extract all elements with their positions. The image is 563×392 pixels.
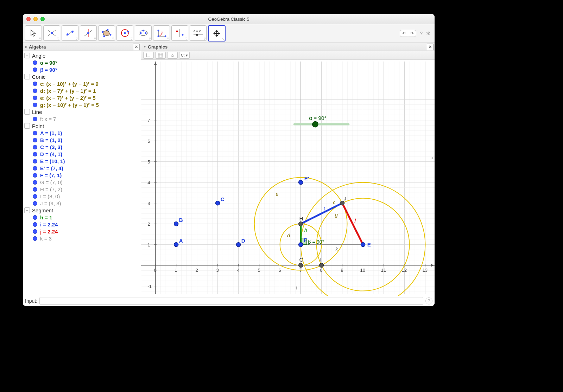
chevron-down-icon: ▽ xyxy=(222,38,224,40)
visibility-dot-icon[interactable] xyxy=(33,180,37,185)
algebra-category[interactable]: –Line xyxy=(24,108,141,115)
tool-slider[interactable]: a = 2▽ xyxy=(190,25,207,41)
svg-text:10: 10 xyxy=(360,268,365,273)
algebra-item-label: B = (1, 2) xyxy=(40,137,62,143)
algebra-item[interactable]: A = (1, 1) xyxy=(24,129,141,136)
visibility-dot-icon[interactable] xyxy=(33,166,37,171)
algebra-item[interactable]: β = 90° xyxy=(24,66,141,73)
input-label: Input: xyxy=(25,298,37,304)
visibility-dot-icon[interactable] xyxy=(33,103,37,107)
algebra-category[interactable]: –Angle xyxy=(24,52,141,59)
visibility-dot-icon[interactable] xyxy=(33,194,37,199)
collapse-icon[interactable]: – xyxy=(24,109,30,115)
algebra-item[interactable]: H = (7, 2) xyxy=(24,186,141,193)
algebra-item[interactable]: j = 2.24 xyxy=(24,228,141,235)
svg-point-22 xyxy=(158,36,159,37)
undo-button[interactable]: ↶ xyxy=(400,30,408,37)
svg-point-228 xyxy=(320,263,324,268)
visibility-dot-icon[interactable] xyxy=(33,201,37,206)
algebra-item[interactable]: g: (x − 10)² + (y − 1)² = 5 xyxy=(24,101,141,108)
algebra-item[interactable]: h = 1 xyxy=(24,214,141,221)
help-icon[interactable]: ? xyxy=(420,31,423,36)
svg-text:4: 4 xyxy=(237,268,240,273)
tool-move-graphics[interactable]: ▽ xyxy=(208,25,226,41)
tool-cursor[interactable]: ▽ xyxy=(25,25,42,41)
visibility-dot-icon[interactable] xyxy=(33,187,37,192)
visibility-dot-icon[interactable] xyxy=(33,117,37,121)
collapse-icon[interactable]: – xyxy=(24,74,30,79)
tool-angle[interactable]: α▽ xyxy=(153,25,170,41)
algebra-item[interactable]: E' = (7, 4) xyxy=(24,165,141,172)
algebra-item[interactable]: c: (x − 10)² + (y − 1)² = 9 xyxy=(24,80,141,87)
algebra-item[interactable]: J = (9, 3) xyxy=(24,200,141,207)
settings-icon[interactable]: ✻ xyxy=(426,31,430,36)
graphics-panel-header[interactable]: ▼ Graphics ✕ xyxy=(141,43,435,51)
algebra-item-label: j = 2.24 xyxy=(40,229,58,234)
toggle-axes-button[interactable] xyxy=(143,52,154,59)
visibility-dot-icon[interactable] xyxy=(33,96,37,100)
algebra-item-label: d: (x − 7)² + (y − 1)² = 1 xyxy=(40,88,96,94)
algebra-category-label: Point xyxy=(32,123,44,129)
toggle-grid-button[interactable] xyxy=(155,52,166,59)
algebra-item[interactable]: e: (x − 7)² + (y − 2)² = 5 xyxy=(24,94,141,101)
home-view-button[interactable]: ⌂ xyxy=(167,52,178,59)
close-panel-icon[interactable]: ✕ xyxy=(133,44,140,50)
tool-reflect[interactable]: ▽ xyxy=(171,25,188,41)
visibility-dot-icon[interactable] xyxy=(33,222,37,227)
algebra-item-label: D = (4, 1) xyxy=(40,151,62,157)
collapse-icon[interactable]: – xyxy=(24,123,30,129)
tool-intersection-point[interactable]: ▽ xyxy=(43,25,60,41)
algebra-category[interactable]: –Conic xyxy=(24,73,141,80)
redo-button[interactable]: ↷ xyxy=(408,30,416,37)
collapse-icon[interactable]: – xyxy=(24,207,30,213)
algebra-item[interactable]: F = (7, 1) xyxy=(24,172,141,179)
tool-circle-center-point[interactable]: ▽ xyxy=(116,25,133,41)
visibility-dot-icon[interactable] xyxy=(33,159,37,163)
snap-menu-button[interactable]: C: ▾ xyxy=(179,52,190,59)
titlebar[interactable]: GeoGebra Classic 5 xyxy=(23,14,435,24)
visibility-dot-icon[interactable] xyxy=(33,236,37,241)
visibility-dot-icon[interactable] xyxy=(33,60,37,65)
visibility-dot-icon[interactable] xyxy=(33,152,37,156)
visibility-dot-icon[interactable] xyxy=(33,173,37,178)
chevron-down-icon: ▽ xyxy=(94,37,96,40)
algebra-item[interactable]: D = (4, 1) xyxy=(24,150,141,158)
sidebar-handle-icon[interactable]: ◂ xyxy=(431,154,435,161)
tool-polygon[interactable]: ▽ xyxy=(98,25,115,41)
collapse-icon[interactable]: ▶ xyxy=(25,45,27,49)
algebra-item[interactable]: I = (8, 0) xyxy=(24,193,141,200)
algebra-category[interactable]: –Segment xyxy=(24,207,141,214)
tool-line-two-points[interactable]: ▽ xyxy=(62,25,78,41)
visibility-dot-icon[interactable] xyxy=(33,68,37,72)
algebra-item[interactable]: G = (7, 0) xyxy=(24,179,141,186)
input-field[interactable] xyxy=(39,297,423,305)
visibility-dot-icon[interactable] xyxy=(33,229,37,234)
algebra-item[interactable]: B = (1, 2) xyxy=(24,136,141,143)
input-help-icon[interactable]: ? xyxy=(425,297,432,304)
algebra-item[interactable]: f: x = 7 xyxy=(24,115,141,122)
tool-ellipse[interactable]: ▽ xyxy=(135,25,152,41)
algebra-category[interactable]: –Point xyxy=(24,122,141,129)
visibility-dot-icon[interactable] xyxy=(33,138,37,142)
visibility-dot-icon[interactable] xyxy=(33,145,37,149)
algebra-item[interactable]: E = (10, 1) xyxy=(24,158,141,165)
visibility-dot-icon[interactable] xyxy=(33,131,37,135)
tool-perpendicular-line[interactable]: ▽ xyxy=(80,25,97,41)
algebra-item-label: I = (8, 0) xyxy=(40,193,60,199)
algebra-item[interactable]: d: (x − 7)² + (y − 1)² = 1 xyxy=(24,87,141,94)
visibility-dot-icon[interactable] xyxy=(33,89,37,93)
algebra-item[interactable]: i = 2.24 xyxy=(24,221,141,228)
collapse-icon[interactable]: ▼ xyxy=(143,45,146,49)
algebra-item[interactable]: C = (3, 3) xyxy=(24,143,141,150)
graphics-canvas[interactable]: 012345678910111213-2-11234567fedcghijkβ … xyxy=(141,60,435,296)
algebra-item[interactable]: α = 90° xyxy=(24,59,141,66)
algebra-item[interactable]: k = 3 xyxy=(24,235,141,242)
visibility-dot-icon[interactable] xyxy=(33,215,37,220)
visibility-dot-icon[interactable] xyxy=(33,82,37,86)
collapse-icon[interactable]: – xyxy=(24,53,30,58)
svg-point-15 xyxy=(124,32,126,34)
close-panel-icon[interactable]: ✕ xyxy=(427,44,434,50)
svg-text:D: D xyxy=(241,238,245,244)
algebra-panel-header[interactable]: ▶ Algebra ✕ xyxy=(23,43,141,51)
algebra-list[interactable]: –Angleα = 90°β = 90°–Conicc: (x − 10)² +… xyxy=(23,51,141,296)
